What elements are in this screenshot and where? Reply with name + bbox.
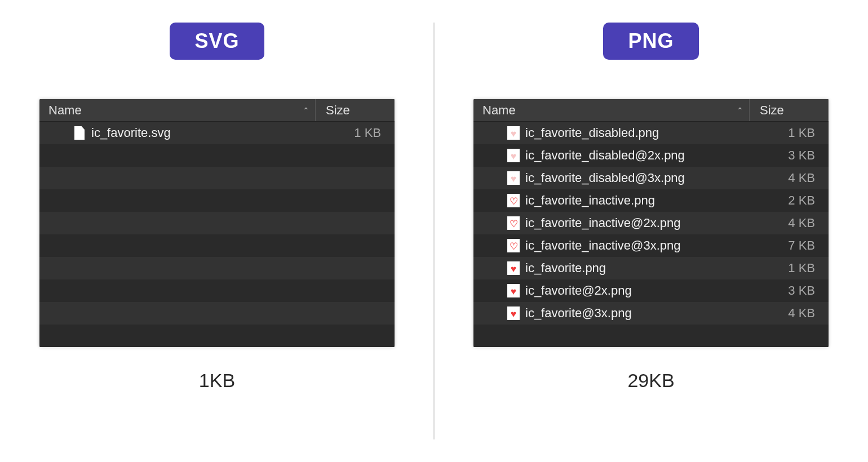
file-size-cell: 1 KB [750,261,829,276]
document-icon [73,126,86,140]
file-row[interactable]: ic_favorite.svg1 KB [39,122,395,144]
heart-inactive-icon [507,238,520,253]
file-name: ic_favorite@3x.png [525,306,632,321]
file-name: ic_favorite@2x.png [525,283,632,298]
column-header-size-label: Size [326,103,350,118]
file-size: 4 KB [788,216,815,230]
file-name-cell: ic_favorite_disabled@2x.png [473,148,750,163]
file-name: ic_favorite_inactive.png [525,193,655,208]
vertical-divider [433,23,435,439]
empty-row [39,212,395,234]
heart-inactive-icon [507,193,520,208]
file-row[interactable]: ic_favorite_disabled.png1 KB [473,122,829,144]
file-size-cell: 4 KB [750,171,829,185]
file-name-cell: ic_favorite.svg [39,126,316,140]
file-row[interactable]: ic_favorite@3x.png4 KB [473,302,829,325]
file-row[interactable]: ic_favorite_inactive.png2 KB [473,189,829,212]
svg-file-window: Name ⌃ Size ic_favorite.svg1 KB [39,99,395,347]
file-row[interactable]: ic_favorite_inactive@2x.png4 KB [473,212,829,234]
table-header: Name ⌃ Size [473,99,829,122]
file-row[interactable]: ic_favorite_disabled@3x.png4 KB [473,167,829,189]
png-file-window: Name ⌃ Size ic_favorite_disabled.png1 KB… [473,99,829,347]
empty-row [473,325,829,347]
svg-badge: SVG [170,23,264,60]
empty-row [39,234,395,257]
file-size-cell: 3 KB [750,148,829,163]
file-size-cell: 4 KB [750,306,829,321]
column-header-name-label: Name [482,103,516,118]
sort-chevron-icon: ⌃ [737,106,743,115]
file-row[interactable]: ic_favorite.png1 KB [473,257,829,279]
table-header: Name ⌃ Size [39,99,395,122]
empty-row [39,279,395,302]
file-size-cell: 3 KB [750,283,829,298]
file-size-cell: 1 KB [316,126,395,140]
file-row[interactable]: ic_favorite@2x.png3 KB [473,279,829,302]
file-name-cell: ic_favorite_inactive@3x.png [473,238,750,253]
heart-disabled-icon [507,126,520,140]
column-header-name[interactable]: Name ⌃ [473,99,750,121]
file-size-cell: 4 KB [750,216,829,230]
file-size-cell: 2 KB [750,193,829,208]
png-panel: PNG Name ⌃ Size ic_favorite_disabled.png… [434,0,868,462]
file-size: 4 KB [788,171,815,185]
file-size: 2 KB [788,193,815,207]
file-row[interactable]: ic_favorite_disabled@2x.png3 KB [473,144,829,167]
file-name-cell: ic_favorite@3x.png [473,306,750,321]
file-name-cell: ic_favorite_disabled.png [473,126,750,140]
file-size: 7 KB [788,238,815,252]
file-size: 4 KB [788,306,815,320]
svg-panel: SVG Name ⌃ Size ic_favorite.svg1 KB 1KB [0,0,434,462]
png-total-size: 29KB [627,370,674,392]
file-row[interactable]: ic_favorite_inactive@3x.png7 KB [473,234,829,257]
empty-row [39,325,395,347]
file-name: ic_favorite.png [525,261,606,276]
file-name-cell: ic_favorite_inactive@2x.png [473,216,750,230]
column-header-name-label: Name [48,103,82,118]
file-size: 1 KB [354,126,381,140]
file-name: ic_favorite.svg [91,126,171,140]
empty-row [39,167,395,189]
file-name: ic_favorite_disabled@2x.png [525,148,685,163]
column-header-name[interactable]: Name ⌃ [39,99,316,121]
file-size: 3 KB [788,148,815,162]
file-size: 1 KB [788,126,815,140]
file-name-cell: ic_favorite_disabled@3x.png [473,171,750,185]
png-badge: PNG [603,23,698,60]
column-header-size[interactable]: Size [316,99,395,121]
file-size: 3 KB [788,283,815,297]
file-name: ic_favorite_inactive@3x.png [525,238,680,253]
file-name-cell: ic_favorite.png [473,261,750,276]
empty-row [39,302,395,325]
file-name: ic_favorite_inactive@2x.png [525,216,680,230]
heart-active-icon [507,283,520,298]
svg-total-size: 1KB [199,370,235,392]
file-name: ic_favorite_disabled.png [525,126,659,140]
heart-disabled-icon [507,148,520,163]
heart-active-icon [507,261,520,276]
column-header-size[interactable]: Size [750,99,829,121]
heart-active-icon [507,306,520,321]
file-name-cell: ic_favorite_inactive.png [473,193,750,208]
empty-row [39,257,395,279]
file-name: ic_favorite_disabled@3x.png [525,171,685,185]
file-name-cell: ic_favorite@2x.png [473,283,750,298]
heart-disabled-icon [507,171,520,185]
empty-row [39,189,395,212]
column-header-size-label: Size [760,103,784,118]
empty-row [39,144,395,167]
file-size-cell: 1 KB [750,126,829,140]
file-size: 1 KB [788,261,815,275]
file-size-cell: 7 KB [750,238,829,253]
sort-chevron-icon: ⌃ [303,106,309,115]
heart-inactive-icon [507,216,520,230]
